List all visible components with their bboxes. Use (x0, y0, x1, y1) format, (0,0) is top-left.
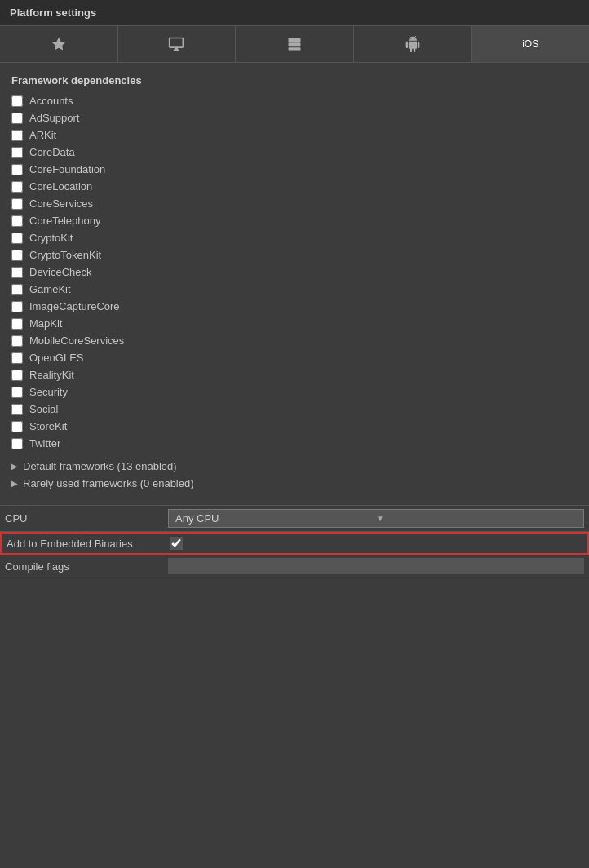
framework-item: ImageCaptureCore (11, 299, 578, 314)
framework-item: CryptoKit (11, 230, 578, 246)
rarely-used-section[interactable]: ▶ Rarely used frameworks (0 enabled) (11, 475, 578, 492)
rarely-used-label: Rarely used frameworks (0 enabled) (23, 477, 194, 489)
framework-label-mobilecoreservices[interactable]: MobileCoreServices (29, 334, 124, 347)
star-icon (51, 36, 67, 52)
framework-checkbox-social[interactable] (11, 404, 23, 415)
framework-checkbox-accounts[interactable] (11, 95, 23, 107)
cpu-value: Any CPU ▼ (163, 506, 589, 531)
framework-checkbox-cryptotokenkit[interactable] (11, 250, 23, 261)
cpu-row: CPU Any CPU ▼ (0, 506, 589, 532)
framework-checkbox-mapkit[interactable] (11, 318, 23, 330)
framework-item: GameKit (11, 281, 578, 297)
framework-item: MobileCoreServices (11, 333, 578, 348)
framework-checkbox-coredata[interactable] (11, 147, 23, 158)
title-bar: Platform settings (0, 0, 589, 26)
embedded-checkbox[interactable] (170, 537, 183, 550)
framework-checkbox-twitter[interactable] (11, 438, 23, 450)
framework-item: AdSupport (11, 110, 578, 126)
framework-label-realitykit[interactable]: RealityKit (29, 369, 74, 381)
embedded-binaries-row: Add to Embedded Binaries (0, 532, 589, 555)
cpu-dropdown[interactable]: Any CPU ▼ (168, 509, 584, 528)
framework-checkbox-gamekit[interactable] (11, 284, 23, 295)
framework-label-devicecheck[interactable]: DeviceCheck (29, 266, 92, 278)
tab-ios[interactable]: iOS (472, 26, 589, 62)
framework-label-social[interactable]: Social (29, 403, 58, 415)
framework-item: CoreData (11, 144, 578, 160)
framework-label-coredata[interactable]: CoreData (29, 146, 75, 158)
framework-item: CoreLocation (11, 179, 578, 194)
framework-list: AccountsAdSupportARKitCoreDataCoreFounda… (11, 93, 578, 451)
framework-item: OpenGLES (11, 350, 578, 365)
framework-checkbox-adsupport[interactable] (11, 113, 23, 124)
server-icon (286, 36, 303, 52)
framework-label-coreservices[interactable]: CoreServices (29, 197, 93, 210)
ios-tab-label: iOS (522, 38, 538, 50)
framework-label-arkit[interactable]: ARKit (29, 129, 56, 141)
framework-checkbox-realitykit[interactable] (11, 370, 23, 381)
framework-label-adsupport[interactable]: AdSupport (29, 112, 79, 124)
framework-item: CryptoTokenKit (11, 247, 578, 263)
framework-label-imagecapturecore[interactable]: ImageCaptureCore (29, 300, 120, 312)
tab-server[interactable] (236, 26, 354, 62)
framework-label-opengles[interactable]: OpenGLES (29, 352, 84, 364)
rarely-used-arrow: ▶ (11, 479, 18, 488)
framework-checkbox-imagecapturecore[interactable] (11, 301, 23, 312)
framework-item: Accounts (11, 93, 578, 108)
framework-checkbox-mobilecoreservices[interactable] (11, 335, 23, 347)
default-frameworks-section[interactable]: ▶ Default frameworks (13 enabled) (11, 458, 578, 475)
monitor-icon (168, 36, 184, 52)
framework-label-security[interactable]: Security (29, 386, 68, 398)
platform-settings-window: Platform settings iOS (0, 0, 589, 578)
framework-label-mapkit[interactable]: MapKit (29, 317, 62, 330)
main-content: Framework dependencies AccountsAdSupport… (0, 63, 589, 500)
compile-flags-label: Compile flags (0, 557, 163, 576)
framework-checkbox-corelocation[interactable] (11, 181, 23, 193)
framework-item: DeviceCheck (11, 264, 578, 280)
android-icon (405, 36, 421, 52)
framework-checkbox-coreservices[interactable] (11, 198, 23, 210)
section-title: Framework dependencies (11, 74, 578, 86)
framework-checkbox-security[interactable] (11, 387, 23, 398)
framework-label-cryptokit[interactable]: CryptoKit (29, 232, 73, 244)
embedded-checkbox-area (165, 534, 587, 553)
framework-label-storekit[interactable]: StoreKit (29, 420, 67, 432)
window-title: Platform settings (10, 7, 96, 19)
framework-checkbox-corefoundation[interactable] (11, 164, 23, 175)
tab-star[interactable] (0, 26, 118, 62)
framework-checkbox-coretelephony[interactable] (11, 215, 23, 227)
framework-label-accounts[interactable]: Accounts (29, 95, 73, 107)
framework-label-cryptotokenkit[interactable]: CryptoTokenKit (29, 249, 101, 261)
bottom-section: CPU Any CPU ▼ Add to Embedded Binaries C… (0, 505, 589, 578)
cpu-dropdown-value: Any CPU (175, 512, 376, 525)
default-frameworks-label: Default frameworks (13 enabled) (23, 460, 177, 472)
framework-item: Security (11, 384, 578, 400)
compile-flags-row: Compile flags (0, 555, 589, 578)
framework-item: Social (11, 401, 578, 417)
framework-label-corefoundation[interactable]: CoreFoundation (29, 163, 105, 175)
tab-monitor[interactable] (118, 26, 237, 62)
framework-checkbox-opengles[interactable] (11, 352, 23, 364)
framework-checkbox-devicecheck[interactable] (11, 267, 23, 278)
framework-label-gamekit[interactable]: GameKit (29, 283, 71, 295)
framework-label-twitter[interactable]: Twitter (29, 437, 60, 450)
framework-item: StoreKit (11, 418, 578, 434)
framework-checkbox-cryptokit[interactable] (11, 232, 23, 244)
framework-item: Twitter (11, 436, 578, 451)
tab-android[interactable] (354, 26, 472, 62)
framework-label-corelocation[interactable]: CoreLocation (29, 180, 92, 193)
cpu-label: CPU (0, 509, 163, 528)
framework-item: CoreTelephony (11, 213, 578, 228)
framework-checkbox-arkit[interactable] (11, 130, 23, 141)
framework-item: RealityKit (11, 367, 578, 383)
framework-item: MapKit (11, 316, 578, 331)
framework-item: CoreFoundation (11, 162, 578, 177)
framework-item: ARKit (11, 127, 578, 143)
compile-flags-value[interactable] (168, 558, 584, 574)
chevron-down-icon: ▼ (376, 514, 577, 523)
embedded-label: Add to Embedded Binaries (2, 534, 165, 553)
default-frameworks-arrow: ▶ (11, 462, 18, 471)
framework-checkbox-storekit[interactable] (11, 421, 23, 432)
framework-label-coretelephony[interactable]: CoreTelephony (29, 215, 100, 227)
framework-item: CoreServices (11, 196, 578, 211)
tab-bar: iOS (0, 26, 589, 63)
